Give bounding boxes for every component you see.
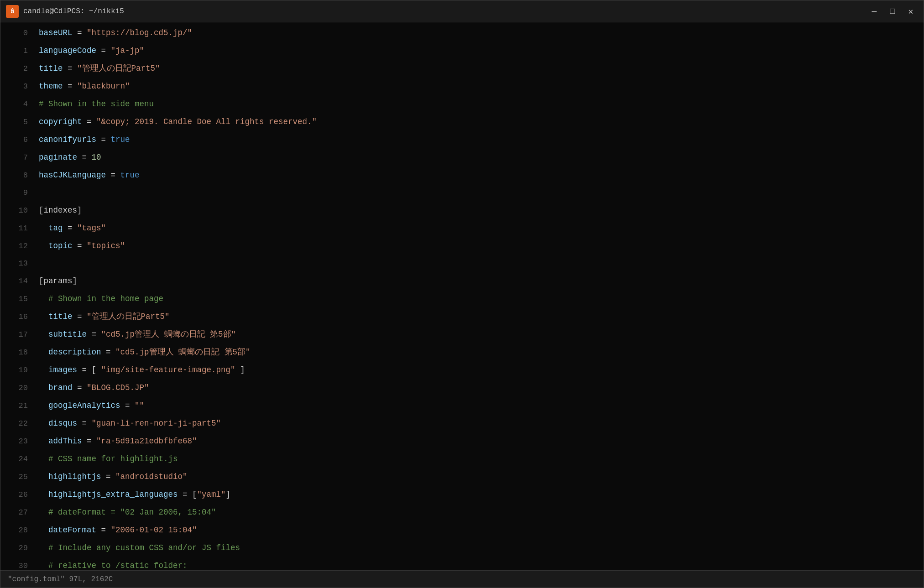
code-line: 17 subtitle = "cd5.jp管理人 蜩螂の日記 第5部" xyxy=(0,326,924,343)
line-number: 0 xyxy=(4,25,28,42)
token: googleAnalytics xyxy=(48,401,120,410)
code-line: 14[params] xyxy=(0,272,924,290)
app-icon: 🕯 xyxy=(6,5,19,18)
line-number: 26 xyxy=(4,486,28,504)
line-number: 22 xyxy=(4,415,28,432)
line-number: 5 xyxy=(4,114,28,131)
token: # relative to /static folder: xyxy=(48,561,188,570)
line-number: 10 xyxy=(4,202,28,219)
token: disqus xyxy=(48,419,77,428)
token: "&copy; 2019. Candle Doe All rights rese… xyxy=(96,117,317,126)
line-code: googleAnalytics = "" xyxy=(39,397,144,414)
line-code: # CSS name for highlight.js xyxy=(39,450,178,468)
line-code: images = [ "img/site-feature-image.png" … xyxy=(39,361,245,379)
token: = xyxy=(120,401,135,410)
line-number: 24 xyxy=(4,451,28,468)
token: # dateFormat = "02 Jan 2006, 15:04" xyxy=(48,508,216,517)
token: true xyxy=(120,171,140,180)
code-line: 7paginate = 10 xyxy=(0,149,924,167)
token: "ja-jp" xyxy=(111,46,145,55)
line-number: 25 xyxy=(4,468,28,486)
token: = xyxy=(77,365,92,375)
token: ] xyxy=(226,490,231,499)
token: [params] xyxy=(39,276,77,286)
code-line: 29 # Include any custom CSS and/or JS fi… xyxy=(0,539,924,557)
line-code: theme = "blackburn" xyxy=(39,78,130,95)
line-number: 21 xyxy=(4,397,28,415)
line-code: # Shown in the side menu xyxy=(39,95,154,113)
line-code: baseURL = "https://blog.cd5.jp/" xyxy=(39,24,192,42)
line-code: canonifyurls = true xyxy=(39,131,130,148)
line-code: topic = "topics" xyxy=(39,237,125,255)
token: = xyxy=(82,437,97,446)
code-line: 12 topic = "topics" xyxy=(0,237,924,255)
token: "androidstudio" xyxy=(115,472,188,481)
token: theme xyxy=(39,82,63,91)
token: "管理人の日記Part5" xyxy=(87,312,170,321)
token: [ xyxy=(92,365,101,375)
token: paginate xyxy=(39,153,77,162)
line-code: dateFormat = "2006-01-02 15:04" xyxy=(39,521,197,539)
code-line: 22 disqus = "guan-li-ren-nori-ji-part5" xyxy=(0,415,924,432)
token: = xyxy=(101,348,116,357)
token: = xyxy=(63,64,78,73)
token: copyright xyxy=(39,117,82,126)
line-code: highlightjs = "androidstudio" xyxy=(39,468,188,485)
token: subtitle xyxy=(48,330,87,339)
token: = xyxy=(63,82,78,91)
code-line: 13 xyxy=(0,255,924,272)
line-code: # Shown in the home page xyxy=(39,290,163,307)
token xyxy=(39,508,48,517)
token xyxy=(39,419,48,428)
token xyxy=(39,454,48,463)
line-code: languageCode = "ja-jp" xyxy=(39,42,144,59)
line-number: 6 xyxy=(4,131,28,149)
token: = [ xyxy=(178,490,197,499)
line-code: subtitle = "cd5.jp管理人 蜩螂の日記 第5部" xyxy=(39,326,236,343)
token xyxy=(39,241,48,250)
token: = xyxy=(82,117,97,126)
code-line: 26 highlightjs_extra_languages = ["yaml"… xyxy=(0,486,924,504)
token: "tags" xyxy=(77,224,106,233)
terminal-window: 🕯 candle@CdlPCS: ~/nikki5 — □ ✕ 0baseURL… xyxy=(0,0,924,588)
code-line: 25 highlightjs = "androidstudio" xyxy=(0,468,924,486)
minimize-button[interactable]: — xyxy=(867,4,882,19)
token xyxy=(39,561,48,570)
close-button[interactable]: ✕ xyxy=(903,4,918,19)
token: true xyxy=(111,135,130,144)
token: title xyxy=(48,312,73,321)
window-controls: — □ ✕ xyxy=(867,4,918,19)
token: # Include any custom CSS and/or JS files xyxy=(48,543,240,552)
code-line: 8hasCJKLanguage = true xyxy=(0,167,924,184)
code-content[interactable]: 0baseURL = "https://blog.cd5.jp/"1langua… xyxy=(0,22,924,570)
token xyxy=(39,543,48,552)
token: # CSS name for highlight.js xyxy=(48,454,178,463)
line-number: 14 xyxy=(4,273,28,290)
line-code: # dateFormat = "02 Jan 2006, 15:04" xyxy=(39,504,216,521)
line-code: [indexes] xyxy=(39,202,82,219)
token: "img/site-feature-image.png" xyxy=(101,365,235,375)
line-number: 16 xyxy=(4,308,28,326)
code-line: 10[indexes] xyxy=(0,202,924,219)
token: = xyxy=(77,153,92,162)
line-code: highlightjs_extra_languages = ["yaml"] xyxy=(39,486,230,503)
line-number: 15 xyxy=(4,291,28,308)
maximize-button[interactable]: □ xyxy=(885,4,900,19)
line-code: # Include any custom CSS and/or JS files xyxy=(39,539,240,557)
token: = xyxy=(63,224,78,233)
code-line: 1languageCode = "ja-jp" xyxy=(0,42,924,60)
token: brand xyxy=(48,383,73,392)
token xyxy=(39,294,48,303)
token: = xyxy=(73,312,87,321)
code-line: 4# Shown in the side menu xyxy=(0,95,924,113)
code-line: 18 description = "cd5.jp管理人 蜩螂の日記 第5部" xyxy=(0,343,924,361)
token: = xyxy=(101,472,116,481)
token xyxy=(39,490,48,499)
token: # Shown in the home page xyxy=(48,294,163,303)
token: "管理人の日記Part5" xyxy=(77,64,160,73)
code-line: 28 dateFormat = "2006-01-02 15:04" xyxy=(0,521,924,539)
line-number: 30 xyxy=(4,557,28,570)
token: description xyxy=(48,348,101,357)
token xyxy=(39,224,48,233)
line-number: 12 xyxy=(4,238,28,255)
